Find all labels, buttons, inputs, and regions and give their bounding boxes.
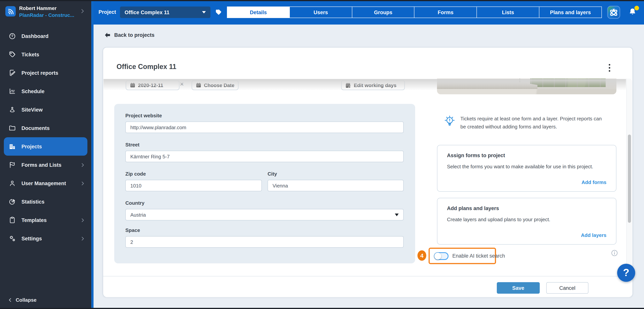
choose-date-button[interactable]: Choose Date [192, 80, 238, 90]
buildings-icon [8, 142, 16, 150]
sidebar-item-user-management[interactable]: User Management [4, 174, 88, 192]
sidebar-menu: Dashboard Tickets [0, 27, 91, 248]
sidebar-item-label: SiteView [22, 107, 43, 112]
ai-toggle-label: Enable AI ticket search [452, 253, 505, 259]
start-date-chip[interactable]: 2020-12-11 [126, 80, 180, 90]
pie-chart-icon [8, 198, 16, 206]
vertical-scrollbar[interactable] [626, 78, 632, 276]
toggle-knob [434, 252, 441, 259]
project-details-card: Office Complex 11 2020-12-11 ✕ [103, 47, 633, 297]
chevron-right-icon [80, 218, 85, 222]
zip-code-input[interactable] [125, 180, 262, 191]
card-footer: Save Cancel [103, 276, 632, 297]
sidebar-item-label: Settings [22, 236, 42, 241]
country-select[interactable]: Austria [125, 209, 404, 220]
sidebar-item-siteview[interactable]: SiteView [4, 100, 88, 119]
sidebar-collapse-button[interactable]: Collapse [0, 294, 36, 305]
tab-users[interactable]: Users [290, 7, 352, 18]
ai-toggle-highlight-box: Enable AI ticket search [428, 248, 496, 264]
chevron-right-icon [80, 181, 85, 186]
folder-icon [8, 124, 16, 132]
sidebar-item-label: Templates [22, 217, 47, 223]
sidebar-item-settings[interactable]: Settings [4, 229, 88, 248]
planradar-logo [5, 6, 16, 16]
sidebar-item-projects[interactable]: Projects [4, 137, 88, 156]
notifications-bell-icon[interactable] [628, 7, 638, 18]
tab-forms[interactable]: Forms [414, 7, 477, 18]
help-fab[interactable]: ? [617, 264, 635, 282]
field-label: Project website [125, 113, 162, 118]
sidebar-item-project-reports[interactable]: Project reports [4, 64, 88, 82]
sidebar-item-label: Documents [22, 125, 50, 131]
street-input[interactable] [125, 151, 404, 162]
save-button[interactable]: Save [497, 282, 540, 294]
step-badge: 4 [418, 250, 426, 261]
chevron-down-icon [202, 11, 206, 14]
back-arrow-icon [104, 32, 111, 38]
chevron-right-icon [80, 162, 85, 167]
ai-ticket-search-toggle[interactable] [434, 252, 448, 260]
top-bar: Project Office Complex 11 Details Users … [94, 0, 644, 24]
card-title: Assign forms to project [447, 152, 505, 158]
project-tag-icon[interactable] [215, 8, 222, 16]
ai-assistant-button[interactable] [607, 6, 620, 19]
sidebar-item-label: Statistics [22, 199, 44, 204]
chevron-left-icon [8, 297, 13, 302]
collapse-label: Collapse [16, 297, 36, 303]
sidebar-item-dashboard[interactable]: Dashboard [4, 27, 88, 45]
cancel-button[interactable]: Cancel [546, 282, 588, 294]
add-layers-link[interactable]: Add layers [581, 232, 606, 238]
person-location-icon [8, 106, 16, 114]
start-date-value: 2020-12-11 [138, 82, 163, 88]
sidebar: Robert Hammer PlanRadar - Construc... Da… [0, 0, 91, 309]
sidebar-item-documents[interactable]: Documents [4, 119, 88, 137]
project-website-input[interactable] [125, 122, 404, 133]
edit-working-days-button[interactable]: Edit working days [341, 80, 405, 90]
project-tabs: Details Users Groups Forms Lists Plans a… [227, 6, 602, 18]
tab-details[interactable]: Details [227, 7, 290, 18]
card-body: Select the forms you want to make availa… [447, 164, 593, 170]
screenshot-root: Robert Hammer PlanRadar - Construc... Da… [0, 0, 644, 309]
add-forms-link[interactable]: Add forms [582, 180, 606, 185]
project-selector-value: Office Complex 11 [124, 10, 170, 15]
back-to-projects-link[interactable]: Back to projects [104, 32, 154, 38]
chevron-down-icon [395, 213, 399, 216]
card-title: Add plans and layers [447, 206, 499, 211]
lightbulb-icon [443, 115, 456, 128]
address-form-panel: Project website Street Zip code City Cou… [114, 104, 415, 264]
project-selector[interactable]: Office Complex 11 [120, 6, 210, 18]
sidebar-item-label: Forms and Lists [22, 162, 62, 168]
window-edge-bottom [0, 308, 644, 309]
sidebar-item-tickets[interactable]: Tickets [4, 45, 88, 64]
sidebar-item-label: Project reports [22, 70, 58, 76]
info-icon[interactable] [611, 250, 618, 256]
sidebar-item-label: User Management [22, 180, 66, 186]
calendar-edit-icon [346, 82, 351, 88]
tab-lists[interactable]: Lists [477, 7, 540, 18]
field-label: Street [125, 142, 140, 148]
page-title: Office Complex 11 [116, 63, 176, 71]
tab-plans-and-layers[interactable]: Plans and layers [539, 7, 602, 18]
tab-groups[interactable]: Groups [352, 7, 414, 18]
project-photo [437, 78, 616, 94]
sidebar-item-forms-and-lists[interactable]: Forms and Lists [4, 156, 88, 174]
clipboard-icon [8, 216, 16, 224]
account-switcher[interactable]: Robert Hammer PlanRadar - Construc... [0, 4, 91, 24]
field-label: Country [125, 200, 144, 206]
city-input[interactable] [268, 180, 404, 191]
sidebar-item-label: Projects [22, 144, 42, 149]
space-input[interactable] [125, 236, 404, 248]
scrollbar-thumb[interactable] [628, 134, 631, 223]
chevron-right-icon [80, 8, 85, 14]
field-label: Space [125, 227, 140, 233]
sidebar-item-templates[interactable]: Templates [4, 211, 88, 229]
assign-forms-card: Assign forms to project Select the forms… [437, 145, 616, 192]
sidebar-item-statistics[interactable]: Statistics [4, 192, 88, 211]
add-plans-card: Add plans and layers Create layers and u… [437, 198, 616, 244]
calendar-icon [196, 82, 201, 88]
sidebar-item-schedule[interactable]: Schedule [4, 82, 88, 100]
field-label: City [268, 171, 277, 177]
flag-icon [8, 161, 16, 169]
clear-date-icon[interactable]: ✕ [180, 81, 184, 87]
kebab-menu-icon[interactable] [606, 64, 612, 72]
